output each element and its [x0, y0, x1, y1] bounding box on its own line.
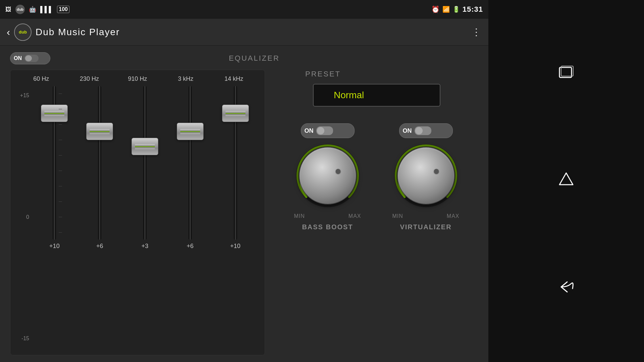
freq-label-14khz: 14 kHz [214, 75, 254, 82]
preset-section: PRESET Normal [278, 70, 475, 107]
main-content: ON EQUALIZER 60 Hz 230 Hz 910 Hz 3 kHz 1… [0, 46, 488, 362]
right-sidebar [488, 0, 644, 362]
eq-body: 60 Hz 230 Hz 910 Hz 3 kHz 14 kHz +15 0 -… [10, 70, 478, 355]
virtualizer-toggle-slider [415, 126, 431, 135]
status-bar-right: ⏰ 📶 🔋 15:31 [431, 5, 483, 14]
slider-track-230hz[interactable] [98, 86, 101, 240]
app-logo: dub [14, 23, 32, 41]
bass-boost-toggle-label: ON [305, 127, 314, 134]
menu-button[interactable]: ⋮ [472, 26, 482, 38]
slider-track-3khz[interactable] [189, 86, 192, 240]
slider-handle-60hz[interactable] [41, 105, 68, 122]
bass-boost-max-label: MAX [348, 213, 361, 219]
eq-header: ON EQUALIZER [10, 52, 478, 64]
time-display: 15:31 [463, 5, 483, 14]
virtualizer-label: VIRTUALIZER [400, 223, 451, 231]
header-left: ‹ dub Dub Music Player [7, 23, 120, 41]
slider-handle-3khz[interactable] [177, 123, 204, 140]
eq-toggle-slider [24, 55, 39, 62]
app-header: ‹ dub Dub Music Player ⋮ [0, 19, 488, 46]
scale-labels: +15 0 -15 [17, 86, 29, 348]
android-icon: 🤖 [29, 6, 36, 13]
scale-minus15: -15 [17, 336, 29, 342]
recent-apps-button[interactable] [553, 64, 580, 84]
svg-marker-4 [559, 173, 573, 185]
bass-boost-toggle-slider [316, 126, 333, 135]
bass-boost-knob[interactable] [299, 147, 357, 204]
hundred-icon: 100 [57, 6, 69, 13]
freq-labels: 60 Hz 230 Hz 910 Hz 3 kHz 14 kHz [17, 75, 258, 82]
bass-boost-min-label: MIN [294, 213, 305, 219]
bass-boost-knob-container [294, 142, 361, 209]
scale-zero: 0 [17, 214, 29, 220]
freq-label-60hz: 60 Hz [21, 75, 61, 82]
slider-handle-910hz[interactable] [131, 138, 158, 155]
slider-handle-14khz[interactable] [222, 105, 249, 122]
back-nav-icon [558, 280, 575, 296]
scale-plus15: +15 [17, 93, 29, 99]
freq-label-230hz: 230 Hz [69, 75, 109, 82]
preset-button[interactable]: Normal [313, 84, 440, 107]
slider-value-3khz: +6 [187, 243, 194, 250]
virtualizer-minmax: MIN MAX [392, 213, 460, 219]
barcode-icon: ▌▌▌ [40, 6, 53, 13]
virtualizer-knob[interactable] [397, 147, 455, 204]
slider-handle-230hz[interactable] [86, 123, 113, 140]
home-button[interactable] [553, 171, 580, 191]
status-bar-left: 🖼 dub 🤖 ▌▌▌ 100 [5, 5, 69, 14]
slider-60hz: +10 [34, 86, 74, 348]
bass-boost-label: BASS BOOST [302, 223, 353, 231]
freq-label-3khz: 3 kHz [166, 75, 206, 82]
slider-track-14khz[interactable] [234, 86, 237, 240]
battery-icon: 🔋 [452, 6, 460, 13]
signal-icon: 📶 [442, 6, 450, 13]
slider-track-60hz[interactable] [53, 86, 56, 240]
recent-apps-icon [558, 66, 575, 82]
virtualizer-knob-container [392, 142, 460, 209]
virtualizer-toggle[interactable]: ON [399, 123, 453, 138]
bass-boost-knob-dot [336, 169, 340, 174]
knobs-row: ON [278, 117, 475, 355]
photo-icon: 🖼 [5, 6, 11, 13]
back-button[interactable]: ‹ [7, 26, 10, 38]
virtualizer-knob-dot [434, 169, 439, 174]
status-bar: 🖼 dub 🤖 ▌▌▌ 100 ⏰ 📶 🔋 15:31 [0, 0, 488, 19]
sliders-area: +15 0 -15 [17, 86, 258, 348]
virtualizer-section: ON [392, 123, 460, 231]
eq-section-title: EQUALIZER [64, 54, 445, 63]
right-panel: PRESET Normal ON [275, 70, 478, 355]
sliders-container: +10 +6 [32, 86, 258, 348]
freq-label-910hz: 910 Hz [117, 75, 158, 82]
bass-boost-toggle[interactable]: ON [301, 123, 355, 138]
slider-value-14khz: +10 [230, 243, 240, 250]
preset-label: PRESET [305, 70, 341, 78]
eq-sliders-panel: 60 Hz 230 Hz 910 Hz 3 kHz 14 kHz +15 0 -… [10, 70, 265, 355]
app-title: Dub Music Player [36, 27, 120, 38]
eq-toggle-label: ON [14, 55, 22, 61]
slider-910hz: +3 [125, 86, 165, 348]
preset-value: Normal [334, 90, 364, 100]
virtualizer-toggle-label: ON [403, 127, 412, 134]
virtualizer-max-label: MAX [447, 213, 460, 219]
slider-value-60hz: +10 [49, 243, 60, 250]
slider-value-910hz: +3 [142, 243, 149, 250]
slider-value-230hz: +6 [96, 243, 103, 250]
bass-boost-section: ON [294, 123, 361, 231]
slider-14khz: +10 [215, 86, 256, 348]
slider-230hz: +6 [79, 86, 120, 348]
bass-boost-minmax: MIN MAX [294, 213, 361, 219]
virtualizer-min-label: MIN [392, 213, 403, 219]
back-nav-button[interactable] [553, 278, 580, 298]
dub-status-icon: dub [15, 5, 25, 14]
slider-track-910hz[interactable] [143, 86, 147, 240]
home-icon [558, 171, 575, 191]
eq-toggle-button[interactable]: ON [10, 52, 50, 64]
alarm-icon: ⏰ [431, 5, 440, 13]
slider-3khz: +6 [170, 86, 210, 348]
